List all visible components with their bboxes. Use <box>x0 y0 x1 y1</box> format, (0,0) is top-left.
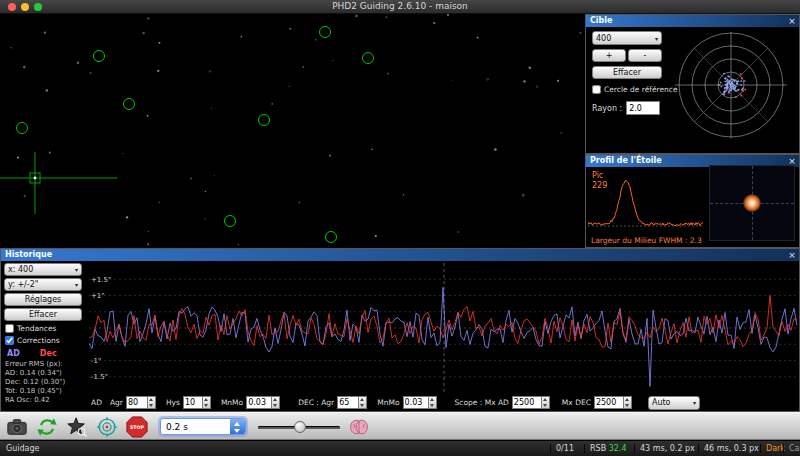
guide-button[interactable] <box>94 415 120 439</box>
y-axis-label: -1.5" <box>91 373 108 381</box>
y-axis-label: +1.5" <box>91 276 111 284</box>
guide-point <box>724 93 726 95</box>
brain-icon <box>348 416 370 438</box>
faint-star <box>271 103 273 105</box>
phd2-window: PHD2 Guiding 2.6.10 - maison Cible × 400… <box>0 0 800 456</box>
target-zoom-in-button[interactable]: + <box>592 49 626 62</box>
spinner[interactable] <box>542 396 550 409</box>
exposure-slider[interactable] <box>258 426 340 429</box>
history-clear-button[interactable]: Effacer <box>4 308 82 321</box>
history-titlebar[interactable]: Historique × <box>1 249 799 261</box>
peak-label: Pic <box>592 171 603 180</box>
faint-star <box>241 36 243 38</box>
dec-guide-mode-select[interactable]: Auto ▾ <box>648 396 700 410</box>
history-controls: x: 400 ▾ y: +/-2" ▾ Réglages Effacer Ten… <box>4 263 86 405</box>
loop-icon <box>36 416 58 438</box>
chevron-down-icon: ▾ <box>75 281 78 288</box>
guide-point <box>730 84 732 86</box>
exposure-select[interactable]: 0.2 s <box>160 418 246 435</box>
corrections-checkbox[interactable] <box>5 336 14 345</box>
status-cal-indicator: Cal <box>783 444 800 453</box>
max-dec-duration-label: Mx DEC <box>562 398 591 407</box>
faint-star <box>494 148 497 151</box>
history-settings-button[interactable]: Réglages <box>4 293 82 306</box>
ra-aggression-input[interactable] <box>126 396 148 409</box>
star-profile-plot <box>588 169 704 233</box>
faint-star <box>17 156 19 158</box>
radius-label: Rayon : <box>592 104 622 113</box>
target-zoom-select[interactable]: 400 ▾ <box>592 31 662 45</box>
guide-point <box>732 86 734 88</box>
auto-select-star-button[interactable] <box>64 415 90 439</box>
ra-hysteresis-input[interactable] <box>183 396 203 409</box>
target-zoom-out-button[interactable]: - <box>628 49 662 62</box>
spinner[interactable] <box>272 396 280 409</box>
faint-star <box>204 218 205 219</box>
guide-point <box>727 81 729 83</box>
guide-point <box>732 79 734 81</box>
dec-minmove-input[interactable] <box>403 396 429 409</box>
trendlines-checkbox[interactable] <box>5 324 14 333</box>
history-yscale-select[interactable]: y: +/-2" ▾ <box>4 278 82 291</box>
advanced-settings-button[interactable] <box>346 415 372 439</box>
target-panel-titlebar[interactable]: Cible × <box>586 15 799 27</box>
window-titlebar[interactable]: PHD2 Guiding 2.6.10 - maison <box>0 0 800 14</box>
stats-line: Tot: 0.18 (0.45") <box>5 387 86 396</box>
guide-point <box>738 89 740 91</box>
stop-button[interactable]: STOP <box>124 415 150 439</box>
guide-point-recent <box>741 77 743 79</box>
chevron-updown-icon[interactable] <box>230 419 245 434</box>
stats-line: RA Osc: 0.42 <box>5 396 86 405</box>
radius-input[interactable] <box>626 101 660 115</box>
guide-point-recent <box>740 73 742 75</box>
spinner[interactable] <box>429 396 437 409</box>
target-scatter-plot <box>666 29 796 141</box>
exposure-value: 0.2 s <box>161 422 230 432</box>
faint-star <box>315 39 317 41</box>
guide-point <box>724 87 726 89</box>
faint-star <box>190 177 192 179</box>
faint-star <box>452 80 453 81</box>
connect-equipment-button[interactable] <box>4 415 30 439</box>
faint-star <box>205 191 207 193</box>
star-closeup-image <box>709 165 795 241</box>
faint-star <box>147 243 149 245</box>
guide-point <box>736 83 738 85</box>
detected-star-circle <box>225 216 236 227</box>
faint-star <box>529 67 531 69</box>
y-axis-label: -1" <box>91 357 101 365</box>
trendlines-label: Tendances <box>17 324 56 333</box>
max-ra-duration-label: Scope : Mx AD <box>455 398 509 407</box>
star-blob <box>743 194 761 212</box>
faint-star <box>23 66 26 69</box>
max-ra-duration-input[interactable] <box>512 396 542 409</box>
history-panel: Historique × x: 400 ▾ y: +/-2" ▾ Réglage… <box>0 248 800 412</box>
spinner[interactable] <box>203 396 211 409</box>
spinner[interactable] <box>624 396 632 409</box>
history-xscale-select[interactable]: x: 400 ▾ <box>4 263 82 276</box>
guide-params-row: AD Agr Hys MnMo DEC : Agr MnMo <box>91 395 700 410</box>
guide-point <box>725 84 727 86</box>
status-snr: RSB 32.4 <box>584 444 626 453</box>
loop-exposures-button[interactable] <box>34 415 60 439</box>
close-icon[interactable]: × <box>787 16 797 26</box>
axis-legend: AD Dec <box>7 349 86 358</box>
faint-star <box>77 61 80 64</box>
faint-star <box>447 14 449 16</box>
ra-minmove-label: MnMo <box>221 398 243 407</box>
guide-camera-view[interactable] <box>0 14 585 248</box>
dec-aggression-input[interactable] <box>337 396 359 409</box>
spinner[interactable] <box>148 396 156 409</box>
reference-circle-checkbox[interactable] <box>592 85 601 94</box>
close-icon[interactable]: × <box>787 250 797 260</box>
ra-minmove-input[interactable] <box>246 396 272 409</box>
detected-star-circle <box>320 27 331 38</box>
corrections-row: Corrections <box>5 336 86 345</box>
spinner[interactable] <box>359 396 367 409</box>
rms-stats: Erreur RMS (px): AD: 0.14 (0.34") Dec: 0… <box>5 360 86 405</box>
chevron-down-icon: ▾ <box>655 35 658 42</box>
target-clear-button[interactable]: Effacer <box>592 66 662 79</box>
guide-point <box>740 84 742 86</box>
max-dec-duration-input[interactable] <box>594 396 624 409</box>
slider-knob[interactable] <box>294 421 306 433</box>
